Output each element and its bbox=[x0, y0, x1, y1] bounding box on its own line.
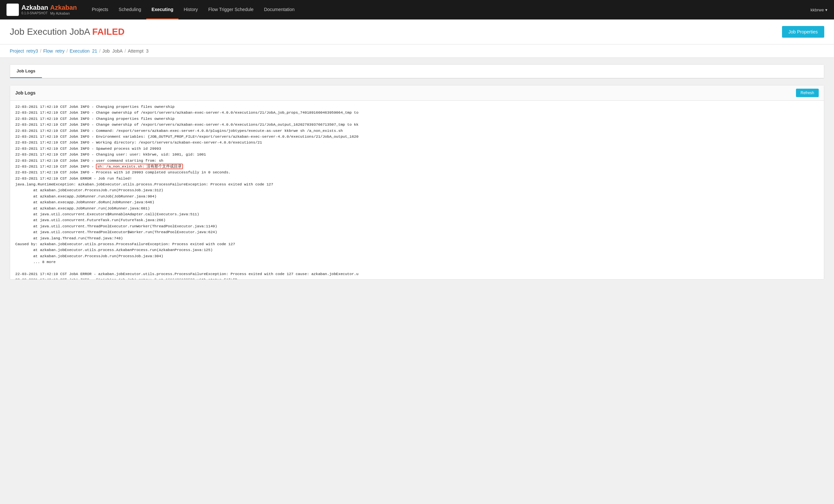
page-status: FAILED bbox=[92, 27, 125, 37]
breadcrumb-sep-3: / bbox=[99, 48, 101, 53]
breadcrumb-job-name: JobA bbox=[112, 48, 123, 53]
nav-history[interactable]: History bbox=[178, 0, 203, 20]
logs-header: Job Logs Refresh bbox=[10, 85, 824, 101]
breadcrumb-job: Job JobA bbox=[102, 48, 123, 53]
breadcrumb: Project retry3 / Flow retry / Execution … bbox=[0, 45, 834, 58]
logs-box: Job Logs Refresh 22-03-2021 17:42:19 CST… bbox=[10, 85, 824, 280]
brand-my-label: My Azkaban bbox=[50, 12, 70, 16]
breadcrumb-flow-label: Flow bbox=[43, 48, 53, 53]
breadcrumb-job-label: Job bbox=[102, 48, 110, 53]
tabs-header: Job Logs bbox=[10, 65, 824, 78]
nav-user-chevron-icon: ▾ bbox=[825, 7, 828, 12]
breadcrumb-flow-link[interactable]: Flow retry bbox=[43, 48, 64, 53]
breadcrumb-project-link[interactable]: Project retry3 bbox=[10, 48, 38, 53]
nav-username: kkbrwe bbox=[811, 7, 824, 12]
breadcrumb-attempt: Attempt 3 bbox=[128, 48, 149, 53]
brand-text: Azkaban Azkaban 0.1.0-SNAPSHOT My Azkaba… bbox=[21, 4, 77, 16]
page-title-prefix: Job Execution JobA bbox=[10, 27, 90, 37]
breadcrumb-attempt-label: Attempt bbox=[128, 48, 143, 53]
nav-scheduling[interactable]: Scheduling bbox=[113, 0, 146, 20]
breadcrumb-execution-label: Execution bbox=[69, 48, 89, 53]
nav-executing[interactable]: Executing bbox=[146, 0, 178, 20]
nav-links: Projects Scheduling Executing History Fl… bbox=[87, 0, 811, 20]
breadcrumb-execution-id: 21 bbox=[92, 48, 97, 53]
breadcrumb-attempt-num: 3 bbox=[146, 48, 149, 53]
brand-logo-icon bbox=[6, 4, 19, 16]
tabs-container: Job Logs bbox=[10, 64, 824, 78]
nav-documentation[interactable]: Documentation bbox=[259, 0, 300, 20]
main-content: Job Logs Job Logs Refresh 22-03-2021 17:… bbox=[0, 58, 834, 286]
breadcrumb-sep-1: / bbox=[40, 48, 41, 53]
logs-title: Job Logs bbox=[15, 90, 36, 95]
tab-job-logs[interactable]: Job Logs bbox=[10, 65, 42, 78]
logs-content[interactable]: 22-03-2021 17:42:19 CST JobA INFO - Chan… bbox=[10, 101, 824, 279]
brand-name: Azkaban bbox=[21, 4, 48, 12]
nav-projects[interactable]: Projects bbox=[87, 0, 114, 20]
breadcrumb-sep-4: / bbox=[125, 48, 126, 53]
job-properties-button[interactable]: Job Properties bbox=[782, 26, 824, 38]
breadcrumb-flow-name: retry bbox=[55, 48, 64, 53]
brand-version: 0.1.0-SNAPSHOT bbox=[21, 12, 48, 16]
brand-logo-link[interactable]: Azkaban Azkaban 0.1.0-SNAPSHOT My Azkaba… bbox=[6, 4, 77, 16]
nav-user[interactable]: kkbrwe ▾ bbox=[811, 7, 828, 12]
brand-name-colored: Azkaban bbox=[50, 4, 77, 12]
breadcrumb-project-name: retry3 bbox=[26, 48, 38, 53]
navbar: Azkaban Azkaban 0.1.0-SNAPSHOT My Azkaba… bbox=[0, 0, 834, 20]
nav-flow-trigger-schedule[interactable]: Flow Trigger Schedule bbox=[203, 0, 259, 20]
breadcrumb-project-label: Project bbox=[10, 48, 24, 53]
page-title: Job Execution JobA FAILED bbox=[10, 27, 125, 37]
refresh-button[interactable]: Refresh bbox=[796, 89, 819, 97]
page-header: Job Execution JobA FAILED Job Properties bbox=[0, 20, 834, 45]
breadcrumb-sep-2: / bbox=[66, 48, 68, 53]
breadcrumb-execution-link[interactable]: Execution 21 bbox=[69, 48, 97, 53]
